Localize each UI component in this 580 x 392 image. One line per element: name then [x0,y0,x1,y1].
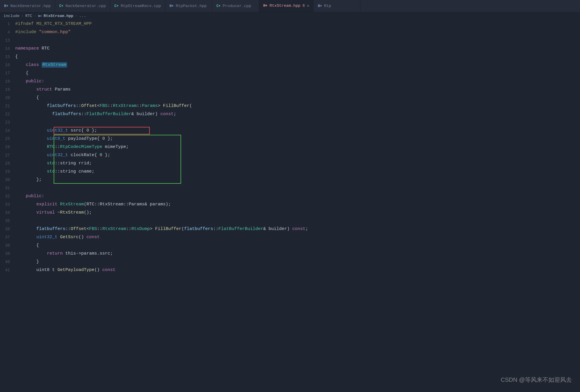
code-line: 18 public: [0,77,580,86]
breadcrumb-filename[interactable]: RtxStream.hpp [44,14,73,18]
editor-wrapper: 1 #ifndef MS_RTC_RTX_STREAM_HPP 4 #inclu… [0,20,580,391]
tab-badge: 6 [302,4,305,8]
code-line: 17 { [0,69,580,77]
code-line: 37 uint32_t GetSsrc() const [0,233,580,241]
code-line: 40 } [0,258,580,266]
code-line: 1 #ifndef MS_RTC_RTX_STREAM_HPP [0,20,580,28]
breadcrumb: include › RTC › H+ RtxStream.hpp › ... [0,12,580,20]
tab-rtpstreamrecv-cpp[interactable]: C+ RtpStreamRecv.cpp [110,0,165,12]
code-line-26: 26 RTC::RtpCodecMimeType mimeType; [0,143,580,151]
hpp-icon: H+ [169,4,174,8]
code-line: 20 { [0,94,580,102]
tab-label: Rtp [324,4,331,8]
tab-label: RtpPacket.hpp [176,4,207,8]
code-line: 38 { [0,241,580,250]
code-line: 23 [0,118,580,127]
code-line: 33 explicit RtxStream(RTC::RtxStream::Pa… [0,200,580,209]
tab-label: NackGenerator.hpp [10,4,51,8]
code-line-29: 29 std::string cname; [0,168,580,176]
close-icon[interactable]: ✕ [307,3,309,8]
tab-rtxstream-hpp[interactable]: H+ RtxStream.hpp 6 ✕ [259,0,314,12]
code-line: 13 [0,36,580,45]
breadcrumb-rtc[interactable]: RTC [25,14,32,18]
tab-label: RtpStreamRecv.cpp [121,4,161,8]
code-line: 35 [0,217,580,225]
hpp-icon: H+ [318,4,322,8]
code-line: 31 [0,184,580,192]
code-line: 19 struct Params [0,86,580,94]
code-editor[interactable]: 1 #ifndef MS_RTC_RTX_STREAM_HPP 4 #inclu… [0,20,580,391]
tab-label: Producer.cpp [223,4,251,8]
breadcrumb-ellipsis[interactable]: ... [79,14,86,18]
code-line: 36 flatbuffers::Offset<FBS::RtxStream::R… [0,225,580,233]
tab-bar: H+ NackGenerator.hpp C+ NackGenerator.cp… [0,0,580,12]
code-line: 16 class RtxStream [0,61,580,69]
tab-rtp-extra[interactable]: H+ Rtp [314,0,360,12]
breadcrumb-include[interactable]: include [4,14,20,18]
tab-producer-cpp[interactable]: C+ Producer.cpp [212,0,259,12]
code-line-24: 24 uint32_t ssrc{ 0 }; [0,127,580,135]
code-line: 32 public: [0,192,580,200]
tab-nack-cpp[interactable]: C+ NackGenerator.cpp [55,0,110,12]
code-line: 15 { [0,53,580,61]
breadcrumb-hpp-icon: H+ [38,14,42,18]
code-line-30: 30 }; [0,176,580,184]
code-line: 22 flatbuffers::FlatBufferBuilder& build… [0,110,580,118]
tab-rtppacket-hpp[interactable]: H+ RtpPacket.hpp [165,0,212,12]
code-line: 39 return this->params.ssrc; [0,250,580,258]
code-line: 41 uint8 t GetPayloadType() const [0,266,580,274]
code-line-25: 25 uint8_t payloadType{ 0 }; [0,135,580,143]
code-line: 34 virtual ~RtxStream(); [0,209,580,217]
cpp-icon: C+ [216,4,220,8]
hpp-icon: H+ [4,4,8,8]
hpp-active-icon: H+ [263,4,267,8]
code-line: 14 namespace RTC [0,45,580,53]
tab-label: NackGenerator.cpp [66,4,106,8]
cpp-icon: C+ [59,4,63,8]
cpp-icon: C+ [114,4,118,8]
code-line-27: 27 uint32_t clockRate{ 0 }; [0,151,580,159]
tab-label: RtxStream.hpp [270,4,300,8]
code-line-28: 28 std::string rrid; [0,159,580,168]
tab-nack-hpp[interactable]: H+ NackGenerator.hpp [0,0,55,12]
code-line: 4 #include "common.hpp" [0,28,580,36]
code-line: 21 flatbuffers::Offset<FBS::RtxStream::P… [0,102,580,110]
